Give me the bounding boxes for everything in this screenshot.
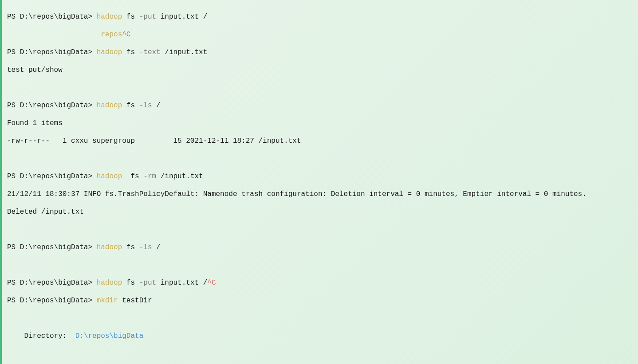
command-arg: / (156, 243, 161, 251)
command-hadoop: hadoop (97, 172, 122, 180)
blank-line (7, 314, 631, 323)
command-mkdir: mkdir (97, 297, 118, 305)
command-line: PS D:\repos\bigData> hadoop fs -put inpu… (7, 12, 631, 21)
prompt: PS D:\repos\bigData> (7, 243, 92, 251)
flag-rm: -rm (143, 172, 156, 180)
output-line: 21/12/11 18:30:37 INFO fs.TrashPolicyDef… (7, 190, 631, 199)
flag-put: -put (139, 279, 156, 287)
fs-arg: fs (126, 279, 135, 287)
fs-arg: fs (126, 102, 135, 110)
blank-line (7, 349, 631, 358)
terminal-output[interactable]: PS D:\repos\bigData> hadoop fs -put inpu… (7, 4, 631, 364)
output-line: test put/show (7, 66, 631, 74)
command-hadoop: hadoop (97, 48, 122, 56)
blank-line (7, 225, 631, 234)
window-left-accent (0, 0, 2, 364)
repos-text: repos (101, 31, 122, 39)
prompt: PS D:\repos\bigData> (7, 297, 92, 305)
fs-arg: fs (126, 13, 135, 21)
prompt: PS D:\repos\bigData> (7, 279, 92, 287)
fs-arg: fs (126, 48, 135, 56)
directory-header: Directory: D:\repos\bigData (7, 332, 631, 341)
prompt: PS D:\repos\bigData> (7, 48, 92, 56)
fs-arg: fs (126, 172, 139, 180)
command-line: PS D:\repos\bigData> hadoop fs -ls / (7, 243, 631, 252)
command-hadoop: hadoop (97, 279, 122, 287)
flag-ls: -ls (139, 102, 152, 110)
command-hadoop: hadoop (97, 102, 122, 110)
command-line: repos^C (7, 30, 631, 39)
command-arg: /input.txt (161, 172, 203, 180)
output-line: Found 1 items (7, 119, 631, 128)
command-hadoop: hadoop (97, 13, 122, 21)
prompt: PS D:\repos\bigData> (7, 172, 92, 180)
prompt: PS D:\repos\bigData> (7, 13, 92, 21)
blank-line (7, 83, 631, 92)
blank-line (7, 261, 631, 270)
ctrl-c: ^C (207, 279, 216, 287)
directory-path: D:\repos\bigData (75, 332, 144, 340)
command-line: PS D:\repos\bigData> hadoop fs -text /in… (7, 48, 631, 57)
command-line: PS D:\repos\bigData> hadoop fs -ls / (7, 101, 631, 110)
command-line: PS D:\repos\bigData> mkdir testDir (7, 296, 631, 305)
command-arg: input.txt / (161, 13, 208, 21)
command-arg: / (156, 102, 161, 110)
command-arg: input.txt / (161, 279, 208, 287)
ctrl-c: ^C (122, 31, 130, 39)
command-hadoop: hadoop (97, 243, 122, 251)
output-line: -rw-r--r-- 1 cxxu supergroup 15 2021-12-… (7, 137, 631, 145)
directory-label: Directory: (7, 332, 75, 340)
flag-text: -text (139, 48, 161, 56)
command-line: PS D:\repos\bigData> hadoop fs -rm /inpu… (7, 172, 631, 181)
command-line: PS D:\repos\bigData> hadoop fs -put inpu… (7, 278, 631, 287)
flag-ls: -ls (139, 243, 152, 251)
fs-arg: fs (126, 243, 135, 251)
prompt: PS D:\repos\bigData> (7, 102, 92, 110)
blank-line (7, 154, 631, 163)
command-arg: /input.txt (165, 48, 207, 56)
output-line: Deleted /input.txt (7, 207, 631, 216)
flag-put: -put (139, 13, 156, 21)
command-arg: testDir (122, 297, 152, 305)
